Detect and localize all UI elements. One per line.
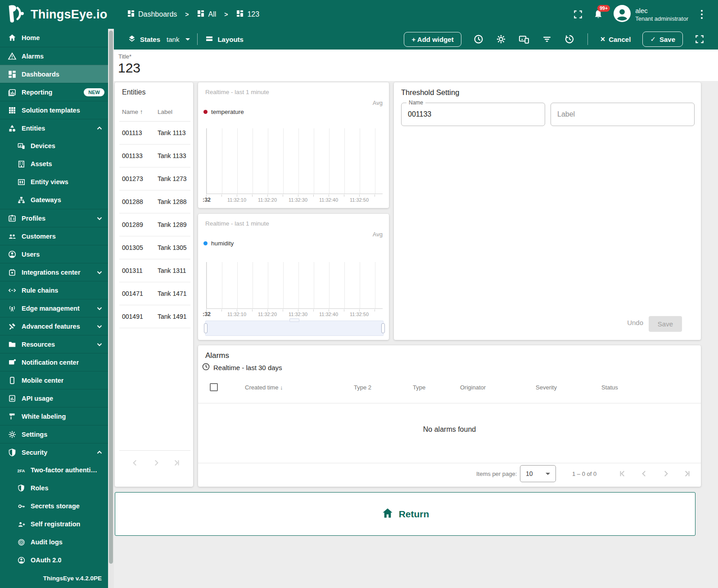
sidebar-item-entities[interactable]: Entities <box>0 119 108 137</box>
dashboard-settings-gear-icon[interactable] <box>496 34 506 45</box>
version-history-icon[interactable] <box>564 34 575 45</box>
aggregation-selector[interactable]: Avg <box>373 100 383 106</box>
entity-row[interactable]: 001491Tank 1491 <box>119 305 190 328</box>
next-page-icon[interactable] <box>662 470 670 478</box>
first-page-icon[interactable] <box>619 470 627 478</box>
datazoom-grip[interactable] <box>289 318 299 322</box>
user-menu[interactable]: alec Tenant administrator <box>614 5 688 24</box>
fullscreen-icon[interactable] <box>573 9 583 19</box>
entity-row[interactable]: 001305Tank 1305 <box>119 236 190 259</box>
add-widget-button[interactable]: + Add widget <box>404 32 461 47</box>
chart-plot-area[interactable] <box>206 262 383 309</box>
sidebar-item-secrets-storage[interactable]: Secrets storage <box>0 497 108 515</box>
avatar <box>614 5 631 24</box>
aggregation-selector[interactable]: Avg <box>373 231 383 238</box>
cancel-button[interactable]: × Cancel <box>601 35 631 43</box>
sidebar-item-self-registration[interactable]: Self registration <box>0 515 108 533</box>
sidebar-item-users[interactable]: Users <box>0 245 108 263</box>
title-field-value[interactable]: 123 <box>118 60 140 76</box>
last-page-icon[interactable] <box>683 470 691 478</box>
expand-fullscreen-icon[interactable] <box>695 34 704 44</box>
column-created-time[interactable]: Created time ↓ <box>245 384 283 391</box>
entity-row[interactable]: 001471Tank 1471 <box>119 282 190 305</box>
datazoom-handle-right[interactable] <box>381 323 385 333</box>
filter-icon[interactable] <box>542 34 552 45</box>
sidebar-item-resources[interactable]: Resources <box>0 335 108 353</box>
column-severity[interactable]: Severity <box>536 384 557 391</box>
manage-layouts-icon[interactable] <box>518 34 530 45</box>
sidebar-item-entity-views[interactable]: Entity views <box>0 173 108 191</box>
timewindow-clock-icon[interactable] <box>473 34 484 45</box>
sidebar-item-white-labeling[interactable]: White labeling <box>0 407 108 425</box>
sidebar-item-oauth[interactable]: OAuth 2.0 <box>0 551 108 569</box>
sidebar-item-audit-logs[interactable]: Audit logs <box>0 533 108 551</box>
alarms-title: Alarms <box>205 351 229 360</box>
brand-logo[interactable]: ThingsEye.io <box>0 2 111 27</box>
sidebar-item-api-usage[interactable]: API usage <box>0 389 108 407</box>
sidebar-item-solution-templates[interactable]: Solution templates <box>0 101 108 119</box>
sidebar-item-home[interactable]: Home <box>0 29 108 47</box>
sidebar-item-alarms[interactable]: Alarms <box>0 47 108 65</box>
undo-button[interactable]: Undo <box>624 315 646 330</box>
sidebar-item-edge-management[interactable]: Edge management <box>0 299 108 317</box>
column-type2[interactable]: Type 2 <box>354 384 371 391</box>
sidebar-item-two-factor-auth[interactable]: 2FA Two-factor authenticati… <box>0 461 108 479</box>
sidebar-item-settings[interactable]: Settings <box>0 425 108 443</box>
entity-row[interactable]: 001113Tank 1113 <box>119 122 190 145</box>
sidebar-scrollbar[interactable] <box>108 29 114 588</box>
breadcrumb-current[interactable]: 123 <box>236 9 259 19</box>
sidebar-item-devices[interactable]: Devices <box>0 137 108 155</box>
gateways-icon <box>16 195 26 205</box>
column-originator[interactable]: Originator <box>460 384 486 391</box>
sidebar-item-customers[interactable]: Customers <box>0 227 108 245</box>
sidebar-item-roles[interactable]: Roles <box>0 479 108 497</box>
states-value-dropdown[interactable]: tank <box>167 36 190 43</box>
notifications-bell-icon[interactable]: 99+ <box>593 9 604 20</box>
column-header-name[interactable]: Name ↑ <box>122 109 143 115</box>
sidebar-item-mobile-center[interactable]: Mobile center <box>0 371 108 389</box>
legend-temperature[interactable]: temperature <box>203 109 244 115</box>
entity-row[interactable]: 001273Tank 1273 <box>119 167 190 190</box>
previous-page-icon[interactable] <box>131 459 139 467</box>
alarms-timewindow-button[interactable]: Realtime - last 30 days <box>202 362 282 372</box>
previous-page-icon[interactable] <box>640 470 648 478</box>
column-header-label[interactable]: Label <box>158 109 172 115</box>
chart-plot-area[interactable] <box>206 128 383 194</box>
sidebar-item-notification-center[interactable]: Notification center <box>0 353 108 371</box>
column-status[interactable]: Status <box>601 384 618 391</box>
label-field[interactable] <box>551 103 695 126</box>
name-field[interactable] <box>401 103 545 126</box>
scrollbar-thumb[interactable] <box>109 31 113 564</box>
datazoom-handle-left[interactable] <box>204 323 208 333</box>
next-page-icon[interactable] <box>152 459 160 467</box>
datazoom-slider[interactable] <box>205 321 384 336</box>
return-button[interactable]: Return <box>115 492 695 536</box>
sidebar-item-gateways[interactable]: Gateways <box>0 191 108 209</box>
states-button[interactable]: States <box>127 34 160 45</box>
more-menu-icon[interactable] <box>698 8 705 21</box>
items-per-page-select[interactable]: 10 <box>520 465 556 482</box>
legend-humidity[interactable]: humidity <box>203 240 234 247</box>
breadcrumb-dashboards[interactable]: Dashboards <box>127 9 177 19</box>
sidebar-item-advanced-features[interactable]: Advanced features <box>0 317 108 335</box>
entity-row[interactable]: 001289Tank 1289 <box>119 213 190 236</box>
sidebar-item-integrations-center[interactable]: Integrations center <box>0 263 108 281</box>
last-page-icon[interactable] <box>172 459 181 467</box>
sidebar-item-assets[interactable]: Assets <box>0 155 108 173</box>
sidebar-item-dashboards[interactable]: Dashboards <box>0 65 108 83</box>
layouts-button[interactable]: Layouts <box>205 34 244 45</box>
select-all-checkbox[interactable] <box>210 383 218 391</box>
sidebar-item-profiles[interactable]: Profiles <box>0 209 108 227</box>
breadcrumb-all[interactable]: All <box>197 9 216 19</box>
sidebar-item-rule-chains[interactable]: Rule chains <box>0 281 108 299</box>
entity-row[interactable]: 001288Tank 1288 <box>119 190 190 213</box>
entity-row[interactable]: 001311Tank 1311 <box>119 259 190 282</box>
entity-row[interactable]: 001133Tank 1133 <box>119 145 190 167</box>
threshold-save-button[interactable]: Save <box>649 316 682 332</box>
column-type[interactable]: Type <box>413 384 425 391</box>
chevron-up-icon <box>96 125 103 131</box>
sidebar-item-reporting[interactable]: Reporting NEW <box>0 83 108 101</box>
sidebar-item-security[interactable]: Security <box>0 443 108 461</box>
breadcrumb-separator: > <box>222 11 230 18</box>
save-button[interactable]: ✓ Save <box>642 32 683 47</box>
